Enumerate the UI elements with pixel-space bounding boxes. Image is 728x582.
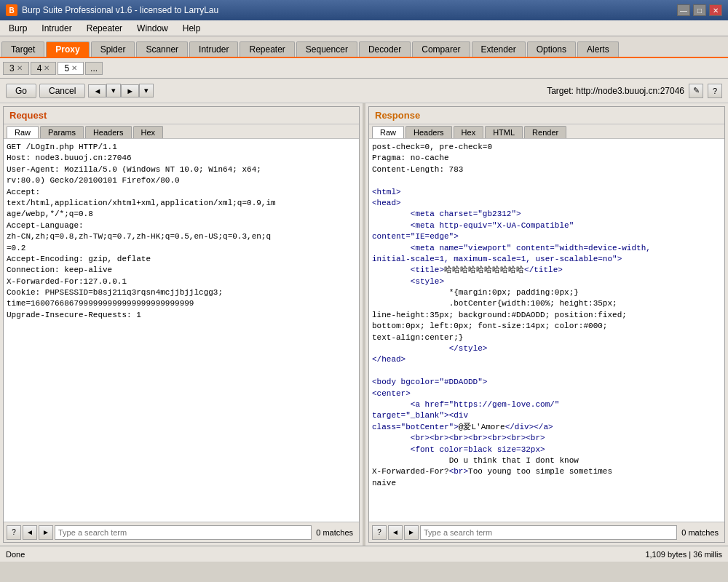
request-tab-params[interactable]: Params	[40, 126, 84, 138]
response-panel-header: Response	[369, 107, 724, 124]
status-bar: Done 1,109 bytes | 36 millis	[0, 546, 728, 562]
menu-window[interactable]: Window	[131, 23, 174, 34]
main-tab-bar: Target Proxy Spider Scanner Intruder Rep…	[0, 36, 728, 58]
tab-options[interactable]: Options	[527, 41, 576, 57]
status-right: 1,109 bytes | 36 millis	[645, 550, 722, 559]
tab-spider[interactable]: Spider	[91, 41, 135, 57]
title-bar: B Burp Suite Professional v1.6 - license…	[0, 0, 728, 20]
app-title: Burp Suite Professional v1.6 - licensed …	[22, 5, 218, 15]
response-search-bar: ? ◄ ► 0 matches	[369, 522, 724, 542]
menu-burp[interactable]: Burp	[3, 23, 33, 34]
request-tab-raw[interactable]: Raw	[7, 126, 39, 138]
forward-button[interactable]: ►	[121, 84, 139, 97]
forward-dropdown-button[interactable]: ▾	[139, 84, 154, 97]
title-bar-left: B Burp Suite Professional v1.6 - license…	[6, 4, 218, 16]
tab-repeater[interactable]: Repeater	[240, 41, 294, 57]
go-button[interactable]: Go	[6, 84, 36, 98]
window-controls: — □ ✕	[677, 4, 722, 16]
request-search-next[interactable]: ►	[39, 525, 53, 540]
response-tab-hex[interactable]: Hex	[454, 126, 484, 138]
response-matches: 0 matches	[678, 528, 721, 537]
response-tab-raw[interactable]: Raw	[372, 126, 404, 138]
response-search-next[interactable]: ►	[404, 525, 419, 540]
menu-intruder[interactable]: Intruder	[36, 23, 77, 34]
request-tabs: Raw Params Headers Hex	[4, 124, 359, 139]
back-button[interactable]: ◄	[88, 84, 106, 97]
toolbar-left: Go Cancel ◄ ▾ ► ▾	[6, 84, 154, 98]
repeater-tab-5[interactable]: 5 ✕	[58, 62, 84, 75]
repeater-tab-4[interactable]: 4 ✕	[31, 62, 57, 75]
tab-target[interactable]: Target	[1, 41, 44, 57]
request-matches: 0 matches	[313, 528, 356, 537]
close-tab-5-icon[interactable]: ✕	[71, 64, 77, 72]
response-tab-render[interactable]: Render	[524, 126, 566, 138]
close-tab-4-icon[interactable]: ✕	[44, 64, 50, 72]
menu-bar: Burp Intruder Repeater Window Help	[0, 20, 728, 36]
request-tab-hex[interactable]: Hex	[133, 126, 164, 138]
maximize-button[interactable]: □	[693, 4, 706, 16]
cancel-button[interactable]: Cancel	[39, 84, 85, 98]
edit-target-button[interactable]: ✎	[689, 84, 703, 98]
status-left: Done	[6, 550, 25, 559]
request-search-bar: ? ◄ ► 0 matches	[4, 522, 359, 542]
close-tab-3-icon[interactable]: ✕	[17, 64, 23, 72]
toolbar-right: Target: http://node3.buuoj.cn:27046 ✎ ?	[547, 84, 722, 98]
tab-intruder[interactable]: Intruder	[189, 41, 238, 57]
request-panel: Request Raw Params Headers Hex GET /LOgI…	[3, 106, 360, 543]
tab-decoder[interactable]: Decoder	[359, 41, 411, 57]
response-tab-headers[interactable]: Headers	[405, 126, 452, 138]
response-tab-html[interactable]: HTML	[485, 126, 523, 138]
menu-repeater[interactable]: Repeater	[81, 23, 128, 34]
tab-extender[interactable]: Extender	[472, 41, 526, 57]
request-content: GET /LOgIn.php HTTP/1.1 Host: node3.buuo…	[4, 139, 359, 522]
tab-sequencer[interactable]: Sequencer	[296, 41, 357, 57]
help-button[interactable]: ?	[708, 84, 722, 98]
request-search-prev[interactable]: ◄	[23, 525, 37, 540]
tab-proxy[interactable]: Proxy	[46, 41, 89, 57]
request-search-help[interactable]: ?	[7, 525, 21, 540]
app-icon: B	[6, 4, 17, 16]
target-label: Target: http://node3.buuoj.cn:27046	[547, 86, 684, 96]
close-button[interactable]: ✕	[709, 4, 722, 16]
back-dropdown-button[interactable]: ▾	[106, 84, 121, 97]
repeater-tab-bar: 3 ✕ 4 ✕ 5 ✕ ...	[0, 58, 728, 79]
content-area: Request Raw Params Headers Hex GET /LOgI…	[0, 103, 728, 546]
minimize-button[interactable]: —	[677, 4, 690, 16]
toolbar: Go Cancel ◄ ▾ ► ▾ Target: http://node3.b…	[0, 79, 728, 103]
response-search-input[interactable]	[420, 525, 677, 540]
request-panel-header: Request	[4, 107, 359, 124]
response-search-prev[interactable]: ◄	[388, 525, 403, 540]
response-content: post-check=0, pre-check=0 Pragma: no-cac…	[369, 139, 724, 522]
repeater-tab-3[interactable]: 3 ✕	[3, 62, 29, 75]
response-tabs: Raw Headers Hex HTML Render	[369, 124, 724, 139]
response-search-help[interactable]: ?	[372, 525, 387, 540]
request-tab-headers[interactable]: Headers	[85, 126, 132, 138]
response-panel: Response Raw Headers Hex HTML Render pos…	[368, 106, 725, 543]
request-search-input[interactable]	[55, 525, 312, 540]
tab-scanner[interactable]: Scanner	[136, 41, 188, 57]
tab-comparer[interactable]: Comparer	[412, 41, 470, 57]
panel-divider[interactable]	[363, 103, 365, 546]
menu-help[interactable]: Help	[177, 23, 207, 34]
more-tabs-button[interactable]: ...	[85, 62, 103, 75]
tab-alerts[interactable]: Alerts	[577, 41, 619, 57]
